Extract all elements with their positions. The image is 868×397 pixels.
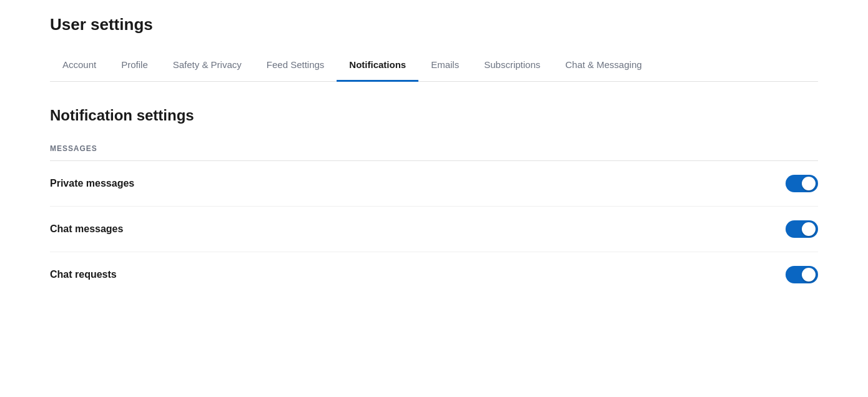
toggle-thumb-private-messages: [802, 177, 816, 190]
setting-label-chat-messages: Chat messages: [50, 223, 123, 235]
main-content: Notification settings MESSAGES Private m…: [0, 82, 868, 337]
group-label: MESSAGES: [50, 144, 818, 161]
setting-row-chat-messages: Chat messages: [50, 207, 818, 252]
nav-tabs: AccountProfileSafety & PrivacyFeed Setti…: [50, 49, 818, 82]
toggle-thumb-chat-messages: [802, 222, 816, 236]
setting-row-private-messages: Private messages: [50, 161, 818, 207]
tab-profile[interactable]: Profile: [109, 49, 160, 82]
setting-label-private-messages: Private messages: [50, 178, 134, 189]
toggle-private-messages[interactable]: [786, 175, 818, 192]
tab-emails[interactable]: Emails: [418, 49, 471, 82]
tab-notifications[interactable]: Notifications: [337, 49, 418, 82]
tab-chat-messaging[interactable]: Chat & Messaging: [553, 49, 654, 82]
toggle-chat-messages[interactable]: [786, 220, 818, 238]
tab-safety-privacy[interactable]: Safety & Privacy: [160, 49, 254, 82]
section-title: Notification settings: [50, 107, 818, 124]
page-header: User settings AccountProfileSafety & Pri…: [0, 0, 868, 82]
tab-subscriptions[interactable]: Subscriptions: [471, 49, 553, 82]
page-title: User settings: [50, 15, 818, 34]
tab-account[interactable]: Account: [50, 49, 109, 82]
tab-feed-settings[interactable]: Feed Settings: [254, 49, 337, 82]
setting-label-chat-requests: Chat requests: [50, 269, 117, 280]
toggle-thumb-chat-requests: [802, 268, 816, 282]
messages-group: MESSAGES Private messagesChat messagesCh…: [50, 144, 818, 297]
toggle-chat-requests[interactable]: [786, 266, 818, 283]
setting-row-chat-requests: Chat requests: [50, 252, 818, 297]
